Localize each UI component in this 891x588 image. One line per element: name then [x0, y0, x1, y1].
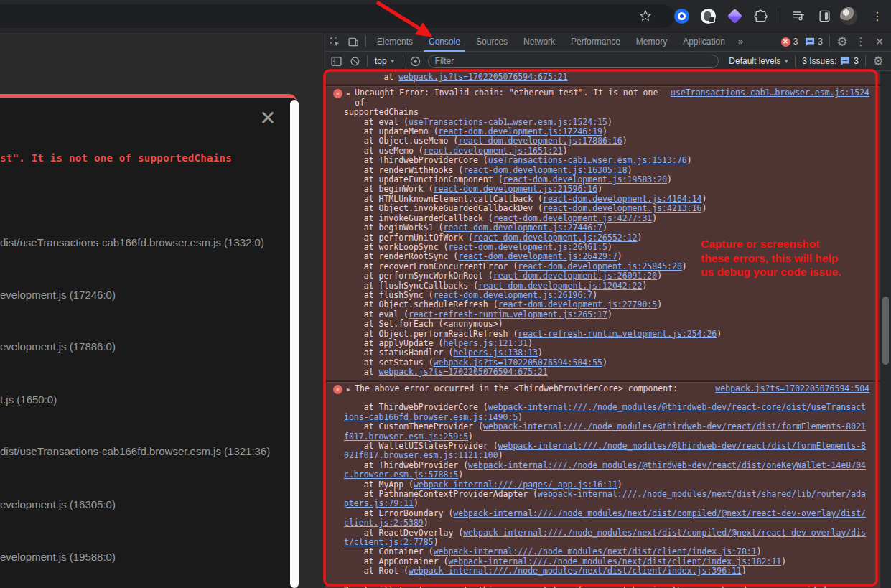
scrollbar-thumb[interactable]: [882, 297, 889, 365]
tab-performance[interactable]: Performance: [563, 32, 628, 52]
media-playlist-icon[interactable]: [790, 7, 807, 24]
stack-link[interactable]: react-dom.development.js:21596:16: [434, 184, 597, 194]
menu-kebab-icon[interactable]: ⋮: [869, 7, 886, 24]
stack-frame: at AppContainer (webpack-internal:///./n…: [344, 557, 869, 566]
stack-link[interactable]: webpack.js?ts=1702205076594:675:21: [398, 72, 567, 82]
stack-link[interactable]: react-refresh-runtim…velopment.js:254:26: [518, 329, 717, 339]
stack-frame: at Set.forEach (<anonymous>): [344, 319, 869, 329]
stack-link[interactable]: react-dom.development.js:12042:22: [478, 281, 642, 291]
error-source-link[interactable]: webpack.js?ts=1702205076594:504: [715, 384, 869, 393]
context-selector[interactable]: top▼: [370, 56, 400, 66]
stack-frame: at updateFunctionComponent (react-dom.de…: [344, 175, 869, 185]
stack-link[interactable]: react-dom.development.js:26429:7: [458, 251, 617, 261]
stack-link[interactable]: react-dom.development.js:4164:14: [543, 194, 702, 204]
settings-gear-icon[interactable]: ⚙: [833, 32, 852, 51]
tab-elements[interactable]: Elements: [369, 32, 421, 52]
stack-link[interactable]: webpack-internal:///./node_modules/next/…: [344, 489, 866, 508]
stack-link[interactable]: webpack-internal:///./pages/_app.js:16:1…: [414, 480, 617, 490]
console-sidebar-icon[interactable]: [327, 52, 345, 70]
overlay-stack-frame: dist/useTransactions-cab166fd.browser.es…: [0, 445, 270, 457]
stack-link[interactable]: react-dom.development.js:27446:7: [443, 223, 602, 233]
stack-frame: at PathnameContextProviderAdapter (webpa…: [344, 490, 869, 509]
clear-console-icon[interactable]: [345, 52, 364, 70]
stack-link[interactable]: react-dom.development.js:26552:12: [473, 233, 637, 243]
stack-link[interactable]: webpack-internal:///./node_modules/next/…: [409, 566, 742, 576]
tab-application[interactable]: Application: [675, 32, 733, 52]
stack-link[interactable]: react-dom.development.js:17886:16: [458, 136, 622, 146]
stack-link[interactable]: webpack-internal:///./node_modules/next/…: [448, 556, 781, 566]
message-count-badge[interactable]: 3: [805, 37, 823, 47]
console-log-area: at webpack.js?ts=1702205076594:675:21 ✕ …: [325, 71, 881, 588]
console-error-1[interactable]: ✕ ▶ useTransactions-cab1…browser.esm.js:…: [325, 86, 881, 380]
device-toolbar-icon[interactable]: [344, 32, 363, 51]
extensions-puzzle-icon[interactable]: [752, 7, 769, 24]
stack-link[interactable]: react-dom.development.js:19583:20: [503, 174, 667, 185]
more-tabs-chevron[interactable]: »: [733, 32, 748, 52]
console-scrollbar[interactable]: [880, 71, 891, 588]
stack-frame: at ErrorBoundary (webpack-internal:///./…: [344, 509, 869, 528]
bookmark-star-icon[interactable]: [637, 7, 654, 24]
stack-link[interactable]: webpack-internal:///./node_modules/@thir…: [344, 441, 866, 460]
extension-purple-diamond-icon[interactable]: [726, 7, 743, 24]
console-error-2[interactable]: ✕ ▶ webpack.js?ts=1702205076594:504 The …: [325, 382, 881, 588]
expand-triangle-icon[interactable]: ▶: [347, 89, 350, 98]
stack-link[interactable]: webpack-internal:///./node_modules/@thir…: [344, 460, 866, 480]
stack-link[interactable]: react-dom.development.js:4277:31: [493, 213, 653, 223]
stack-link[interactable]: react-dom.development.js:26196:7: [434, 290, 593, 300]
stack-link[interactable]: react-dom.development.js:27790:5: [498, 299, 658, 309]
profile-avatar[interactable]: [840, 7, 857, 24]
devtools-close-icon[interactable]: ✕: [870, 32, 889, 51]
console-filter-input[interactable]: [428, 55, 719, 68]
stack-link[interactable]: react-dom.development.js:17246:19: [439, 126, 602, 136]
toolbar-separator-a: [367, 55, 368, 67]
stack-link[interactable]: helpers.js:138:13: [453, 347, 538, 358]
overlay-close-icon[interactable]: ✕: [257, 108, 279, 129]
console-toolbar: top▼ Default levels▼ 3 Issues: 3 ⚙: [325, 52, 891, 71]
stack-link[interactable]: webpack-internal:///./node_modules/@thir…: [344, 402, 866, 421]
page-viewport: ✕ st". It is not one of supportedChains …: [0, 32, 325, 588]
stack-frame: at workLoopSync (react-dom.development.j…: [344, 243, 869, 252]
error-source-link[interactable]: useTransactions-cab1…browser.esm.js:1524: [671, 88, 869, 98]
stack-frame: at ReactDevOverlay (webpack-internal:///…: [344, 528, 869, 548]
tab-console[interactable]: Console: [421, 32, 468, 52]
stack-link[interactable]: react-dom.development.js:25845:20: [518, 261, 681, 271]
stack-link[interactable]: react-dom.development.js:16305:18: [463, 165, 627, 175]
stack-link[interactable]: webpack-internal:///./node_modules/next/…: [344, 508, 866, 528]
stack-link[interactable]: react-dom.development.js:26461:5: [448, 242, 607, 252]
stack-link[interactable]: webpack-internal:///./node_modules/next/…: [344, 528, 866, 547]
overlay-scrollbar[interactable]: [290, 100, 299, 588]
error-count-badge[interactable]: ✕ 3: [781, 37, 798, 47]
stack-link[interactable]: webpack.js?ts=1702205076594:504:55: [434, 358, 602, 368]
address-bar[interactable]: [0, 4, 675, 28]
stack-frame: at renderRootSync (react-dom.development…: [344, 252, 869, 261]
stack-frame: at WalletUIStatesProvider (webpack-inter…: [344, 442, 869, 461]
tab-network[interactable]: Network: [516, 32, 563, 52]
stack-frame: at ThirdwebProvider (webpack-internal://…: [344, 461, 869, 480]
tab-memory[interactable]: Memory: [628, 32, 675, 52]
overlay-stack-frame: dist/useTransactions-cab166fd.browser.es…: [0, 236, 264, 248]
console-settings-gear-icon[interactable]: ⚙: [869, 52, 887, 70]
expand-triangle-icon[interactable]: ▶: [347, 385, 350, 394]
stack-link[interactable]: react.development.js:1651:21: [424, 146, 563, 156]
stack-link[interactable]: webpack-internal:///./node_modules/next/…: [434, 546, 757, 556]
stack-link[interactable]: react-dom.development.js:26091:20: [493, 271, 657, 281]
extension-blue-target-icon[interactable]: [673, 7, 690, 24]
inspect-element-icon[interactable]: [325, 32, 344, 51]
issues-counter[interactable]: 3 Issues: 3: [802, 56, 859, 66]
devtools-kebab-icon[interactable]: ⋮: [852, 32, 870, 51]
toolbar-separator-b: [403, 55, 403, 67]
stack-link[interactable]: useTransactions-cab1…wser.esm.js:1513:76: [488, 155, 687, 165]
side-panel-icon[interactable]: [816, 7, 833, 24]
live-expression-eye-icon[interactable]: [406, 52, 425, 70]
extension-grey-lock-icon[interactable]: [699, 7, 717, 24]
stack-link[interactable]: helpers.js:121:31: [443, 338, 528, 348]
stack-link[interactable]: react-refresh-runtim…velopment.js:265:17: [409, 309, 607, 319]
overlay-stack-frame: evelopment.js (17886:0): [0, 340, 116, 353]
stack-link[interactable]: webpack-internal:///./node_modules/@thir…: [344, 421, 866, 441]
overlay-stack-frame: evelopment.js (19588:0): [0, 551, 116, 563]
stack-link[interactable]: useTransactions-cab1…wser.esm.js:1524:15: [409, 117, 607, 127]
stack-link[interactable]: react-dom.development.js:4213:16: [543, 203, 702, 213]
log-levels-dropdown[interactable]: Default levels▼: [726, 56, 792, 66]
tab-sources[interactable]: Sources: [468, 32, 516, 52]
stack-link[interactable]: webpack.js?ts=1702205076594:675:21: [378, 367, 547, 377]
